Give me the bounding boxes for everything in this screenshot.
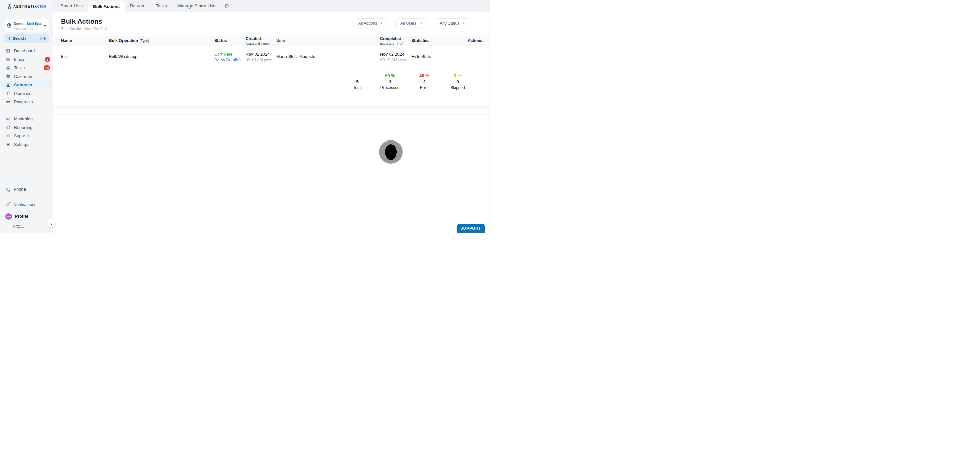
sidebar-item-label: Payments: [14, 100, 50, 105]
tasks-badge: 13: [43, 65, 50, 70]
col-user: User: [276, 36, 285, 46]
shortcut-dashes: [40, 37, 42, 40]
sidebar-divider: [4, 111, 49, 111]
tasks-icon: [5, 65, 11, 71]
sidebar-item-label: Contacts: [14, 83, 49, 87]
app-window: Smart Lists Bulk Actions Restore Tasks M…: [0, 0, 490, 233]
table-footer: [53, 106, 490, 116]
col-completed: Completed(Date and Time): [380, 36, 403, 46]
chevron-down-icon: ▼: [380, 22, 383, 25]
location-pin-icon: [6, 23, 11, 28]
sidebar-item-label: Support: [14, 134, 50, 138]
tab-smart-lists[interactable]: Smart Lists: [56, 0, 88, 12]
filter-all-users[interactable]: All Users▼: [395, 18, 427, 28]
row-completed: Nov 02 2024 09:19 AM (EDT): [380, 52, 407, 63]
stat-processed: 60 % 3 Processed: [375, 73, 405, 90]
sidebar-item-payments[interactable]: Payments: [0, 98, 53, 106]
notification-dot: [8, 202, 11, 204]
sidebar-item-label: Reporting: [14, 125, 50, 130]
tab-tasks[interactable]: Tasks: [151, 0, 172, 12]
gear-icon[interactable]: ⚙: [221, 0, 231, 12]
sidebar-item-marketing[interactable]: Marketing: [0, 115, 53, 123]
sidebar: AESTHETIXCRM Demo - Med Spa Greenville, …: [0, 0, 53, 233]
brand-logo: AESTHETIXCRM: [0, 2, 53, 11]
col-name: Name: [61, 36, 72, 46]
sidebar-item-label: Notifications: [13, 202, 37, 207]
sidebar-item-inbox[interactable]: Inbox 2: [0, 55, 53, 63]
sidebar-item-dashboard[interactable]: Dashboard: [0, 47, 53, 55]
support-icon: [5, 133, 11, 139]
location-selector[interactable]: Demo - Med Spa Greenville, SC ▼: [4, 19, 49, 32]
hipaa-compliant-logo: ⚕ HIPAACOMPLIANT: [12, 224, 24, 229]
stat-total: 5 Total: [342, 73, 372, 90]
row-name: test: [61, 54, 68, 59]
calendars-icon: [5, 74, 11, 79]
chevron-down-icon: ▼: [43, 24, 47, 27]
stat-error: 40 % 2 Error: [409, 73, 440, 90]
location-city: Greenville, SC: [14, 27, 43, 31]
sidebar-item-contacts[interactable]: Contacts: [1, 81, 52, 89]
row-user: Maria Stella Augusto: [276, 54, 315, 59]
col-created: Created(Date and Time): [246, 36, 269, 46]
brand-logo-text: AESTHETIXCRM: [13, 5, 47, 8]
col-actions: Actions: [468, 36, 482, 46]
row-statistics-panel: 5 Total 60 % 3 Processed 40 % 2 Error 0 …: [53, 68, 490, 106]
sidebar-item-notifications[interactable]: Notifications: [0, 200, 53, 209]
sidebar-item-label: Inbox: [14, 57, 45, 62]
chevron-left-icon: ‹: [50, 221, 52, 226]
reporting-icon: [5, 125, 11, 130]
support-button[interactable]: SUPPORT: [457, 224, 485, 233]
row-status: Complete (View Details): [215, 52, 240, 63]
sidebar-item-profile[interactable]: MS Profile: [0, 212, 53, 221]
filter-any-status[interactable]: Any Status▼: [435, 18, 470, 28]
sidebar-item-pipelines[interactable]: Pipelines: [0, 89, 53, 98]
tab-restore[interactable]: Restore: [125, 0, 151, 12]
sidebar-item-support[interactable]: Support: [0, 132, 53, 140]
phone-icon: [5, 187, 11, 192]
search-input[interactable]: Search: [4, 34, 49, 43]
pipelines-icon: [5, 91, 11, 96]
caduceus-icon: ⚕: [12, 224, 15, 229]
sidebar-item-label: Profile: [15, 214, 28, 219]
tab-manage-smart-lists[interactable]: Manage Smart Lists: [172, 0, 222, 12]
stat-skipped: 0 % 0 Skipped: [442, 73, 473, 90]
page-title: Bulk Actions: [61, 18, 102, 25]
location-name: Demo - Med Spa: [14, 22, 41, 26]
sidebar-item-tasks[interactable]: Tasks 13: [0, 63, 53, 72]
sidebar-item-calendars[interactable]: Calendars: [0, 72, 53, 81]
filter-all-actions[interactable]: All Actions▼: [353, 18, 388, 28]
sidebar-menu-primary: Dashboard Inbox 2 Tasks 13 Calendars Con…: [0, 47, 53, 106]
contacts-icon: [5, 83, 11, 88]
filter-bar: All Actions▼ All Users▼ Any Status▼: [353, 18, 470, 28]
table-row: test Bulk Whatsapp Complete (View Detail…: [53, 46, 490, 68]
avatar: MS: [5, 213, 12, 220]
cursor-dot: [385, 144, 397, 160]
view-details-link[interactable]: (View Details): [215, 57, 240, 63]
sidebar-item-settings[interactable]: Settings: [0, 140, 53, 149]
inbox-icon: [5, 57, 11, 62]
col-status: Status: [215, 36, 227, 46]
sidebar-item-label: Dashboard: [14, 49, 50, 53]
scrollbar-track[interactable]: [489, 12, 490, 233]
sidebar-item-reporting[interactable]: Reporting: [0, 123, 53, 132]
sidebar-item-phone[interactable]: Phone: [0, 185, 53, 194]
inbox-badge: 2: [45, 57, 50, 62]
hide-stats-toggle[interactable]: Hide Stats: [411, 54, 431, 59]
dashboard-icon: [5, 48, 11, 54]
chevron-down-icon: ▼: [463, 22, 466, 25]
cursor-highlight-overlay: [379, 140, 402, 163]
top-nav: Smart Lists Bulk Actions Restore Tasks M…: [0, 0, 490, 12]
row-created: Nov 02 2024 09:19 AM (EDT): [246, 52, 272, 63]
status-complete-text: Complete: [215, 52, 240, 57]
top-nav-tabs: Smart Lists Bulk Actions Restore Tasks M…: [56, 0, 232, 12]
collapse-sidebar-button[interactable]: ‹: [47, 219, 55, 227]
notifications-bell-icon: [5, 202, 10, 207]
tab-bulk-actions[interactable]: Bulk Actions: [88, 2, 125, 12]
table-header: Name Bulk Operation(Type) Status Created…: [53, 36, 490, 46]
settings-icon: [5, 142, 11, 147]
page-date-range: Thu, Oct 3rd - Mon, Dec 2nd: [61, 27, 107, 31]
sidebar-item-label: Pipelines: [14, 91, 50, 96]
sidebar-item-label: Settings: [14, 142, 50, 147]
sidebar-item-label: Calendars: [14, 74, 50, 79]
sidebar-item-label: Phone: [14, 187, 26, 192]
